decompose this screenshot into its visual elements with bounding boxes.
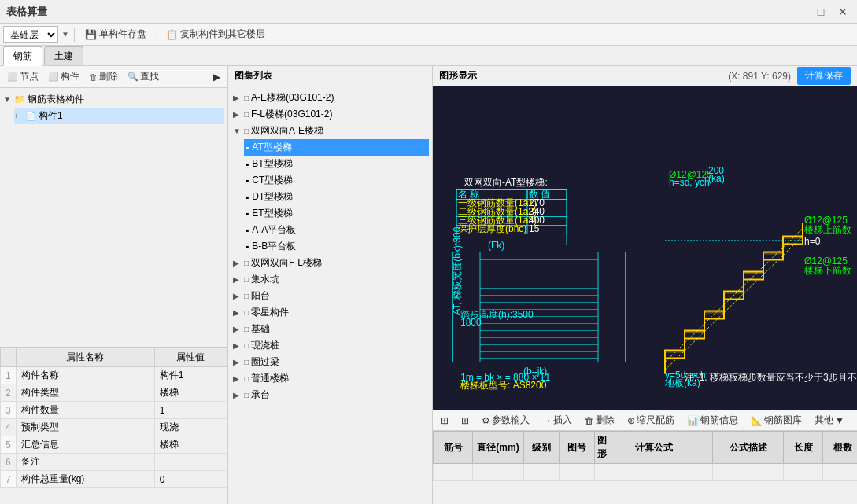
prop-name: 构件名称 — [16, 367, 154, 384]
rebar-lib-button[interactable]: 📐 钢筋图库 — [746, 411, 807, 429]
delete-rebar-button[interactable]: 🗑 删除 — [580, 411, 619, 429]
copy-component-label: 复制构件到其它楼层 — [180, 28, 265, 41]
component1-toggle[interactable]: + — [14, 112, 25, 120]
cell-empty[interactable] — [434, 464, 473, 481]
params-button[interactable]: ⚙ 参数输入 — [477, 411, 534, 429]
cell-empty2[interactable] — [473, 464, 524, 481]
cell-empty3[interactable] — [524, 464, 560, 481]
atlas-tree: ▶□ A-E楼梯(03G101-2)▶□ F-L楼梯(03G101-2)▼□ 双… — [228, 86, 432, 504]
prop-value[interactable]: 1 — [154, 402, 227, 419]
more-button[interactable]: 其他 ▼ — [810, 411, 849, 429]
atlas-group-label: 阳台 — [251, 289, 270, 303]
params-icon: ⚙ — [482, 415, 490, 426]
atlas-group-header[interactable]: ▶□ F-L楼梯(03G101-2) — [231, 106, 429, 123]
atlas-leaf-label: A-A平台板 — [252, 223, 296, 237]
atlas-leaf-3[interactable]: ▪ DT型楼梯 — [244, 189, 429, 205]
atlas-leaf-1[interactable]: ▪ BT型楼梯 — [244, 156, 429, 172]
atlas-group-4: ▶□ 集水坑 — [231, 271, 429, 288]
floor-select[interactable]: 基础层 — [3, 26, 58, 43]
prop-value[interactable]: 现浇 — [154, 419, 227, 436]
cell-empty8[interactable] — [784, 464, 823, 481]
bottom-section: ⊞ ⊞ ⚙ 参数输入 → 插入 🗑 删除 — [433, 410, 857, 504]
atlas-leaf-6[interactable]: ▪ B-B平台板 — [244, 238, 429, 255]
maximize-button[interactable]: □ — [813, 4, 829, 20]
atlas-leaf-5[interactable]: ▪ A-A平台板 — [244, 222, 429, 238]
tree-item-component1[interactable]: + 📄 构件1 — [14, 108, 224, 124]
tab-rebar[interactable]: 钢筋 — [3, 46, 42, 66]
close-button[interactable]: ✕ — [835, 4, 851, 20]
add1-button[interactable]: ⊞ — [436, 413, 453, 429]
find-icon: 🔍 — [127, 72, 139, 82]
save-component-button[interactable]: 💾 单构件存盘 — [79, 25, 152, 43]
atlas-leaf-label: CT型楼梯 — [252, 174, 293, 187]
cell-empty4[interactable] — [560, 464, 595, 481]
diagram-header-right: (X: 891 Y: 629) 计算保存 — [728, 67, 851, 85]
atlas-group-11: ▶□ 承台 — [231, 387, 429, 403]
add2-button[interactable]: ⊞ — [456, 413, 474, 429]
toolbar-dot2: · — [274, 29, 276, 40]
rebar-info-button[interactable]: 📊 钢筋信息 — [682, 411, 743, 429]
folder-icon: □ — [244, 341, 249, 350]
tree-root[interactable]: ▼ 📁 钢筋表格构件 — [3, 91, 224, 108]
atlas-group-header[interactable]: ▶□ A-E楼梯(03G101-2) — [231, 90, 429, 106]
atlas-leaf-0[interactable]: ▪ AT型楼梯 — [244, 139, 429, 156]
atlas-group-header[interactable]: ▶□ 双网双向F-L楼梯 — [231, 255, 429, 271]
cell-empty6[interactable] — [595, 464, 713, 481]
node-button[interactable]: ⬜ 节点 — [3, 68, 42, 85]
delete-tree-button[interactable]: 🗑 删除 — [85, 68, 122, 85]
node-icon: ⬜ — [7, 72, 18, 82]
prop-name: 构件类型 — [16, 384, 154, 402]
atlas-group-header[interactable]: ▶□ 集水坑 — [231, 271, 429, 288]
folder-icon: □ — [244, 325, 249, 333]
atlas-toggle: ▶ — [233, 358, 244, 366]
atlas-group-label: 普通楼梯 — [251, 372, 289, 385]
prop-value[interactable]: 构件1 — [154, 367, 227, 384]
atlas-leaf-2[interactable]: ▪ CT型楼梯 — [244, 172, 429, 189]
col-fig-num: 图号 — [560, 432, 595, 464]
copy-component-button[interactable]: 📋 复制构件到其它楼层 — [161, 25, 271, 43]
atlas-leaf-4[interactable]: ▪ ET型楼梯 — [244, 205, 429, 222]
tab-civil[interactable]: 土建 — [44, 46, 83, 65]
scale-icon: ⊕ — [627, 415, 635, 426]
svg-text:h=0: h=0 — [804, 236, 821, 247]
expand-button[interactable]: ▶ — [209, 70, 224, 84]
main-content: ⬜ 节点 ⬜ 构件 🗑 删除 🔍 查找 ▶ — [0, 66, 857, 504]
cell-empty7[interactable] — [713, 464, 784, 481]
find-label: 查找 — [140, 70, 159, 83]
scale-button[interactable]: ⊕ 缩尺配筋 — [622, 411, 679, 429]
minimize-button[interactable]: — — [791, 4, 807, 20]
col-grade: 级别 — [524, 432, 560, 464]
atlas-title: 图集列表 — [235, 69, 272, 83]
atlas-group-header[interactable]: ▶□ 普通楼梯 — [231, 370, 429, 387]
prop-value[interactable]: 0 — [154, 471, 227, 488]
insert-button[interactable]: → 插入 — [537, 411, 577, 429]
atlas-group-header[interactable]: ▶□ 基础 — [231, 321, 429, 337]
left-panel: ⬜ 节点 ⬜ 构件 🗑 删除 🔍 查找 ▶ — [0, 66, 228, 504]
atlas-group-header[interactable]: ▶□ 圈过梁 — [231, 354, 429, 370]
prop-value[interactable] — [154, 454, 227, 471]
more-arrow: ▼ — [835, 415, 844, 426]
prop-value[interactable]: 楼梯 — [154, 436, 227, 454]
table-row: 6 备注 — [1, 454, 227, 471]
table-row: 7 构件总重量(kg) 0 — [1, 471, 227, 488]
cell-empty9[interactable] — [823, 464, 858, 481]
atlas-leaf-label: AT型楼梯 — [252, 141, 291, 154]
atlas-group-header[interactable]: ▼□ 双网双向A-E楼梯 — [231, 123, 429, 139]
atlas-group-header[interactable]: ▶□ 现浇桩 — [231, 337, 429, 354]
leaf-icon: ▪ — [246, 175, 249, 186]
tree-root-toggle[interactable]: ▼ — [3, 95, 14, 104]
leaf-icon: ▪ — [246, 159, 249, 170]
right-panel: 图形显示 (X: 891 Y: 629) 计算保存 双网双向-AT型楼梯: — [433, 66, 857, 504]
atlas-group-0: ▶□ A-E楼梯(03G101-2) — [231, 90, 429, 106]
table-row: 2 构件类型 楼梯 — [1, 384, 227, 402]
component-button[interactable]: ⬜ 构件 — [44, 68, 83, 85]
find-button[interactable]: 🔍 查找 — [124, 68, 163, 85]
folder-icon: □ — [244, 110, 249, 119]
atlas-group-header[interactable]: ▶□ 承台 — [231, 387, 429, 403]
calc-save-button[interactable]: 计算保存 — [797, 67, 851, 85]
atlas-group-header[interactable]: ▶□ 零星构件 — [231, 304, 429, 321]
leaf-icon: ▪ — [246, 241, 249, 252]
atlas-group-header[interactable]: ▶□ 阳台 — [231, 288, 429, 304]
prop-value[interactable]: 楼梯 — [154, 384, 227, 402]
leaf-icon: ▪ — [246, 225, 249, 236]
